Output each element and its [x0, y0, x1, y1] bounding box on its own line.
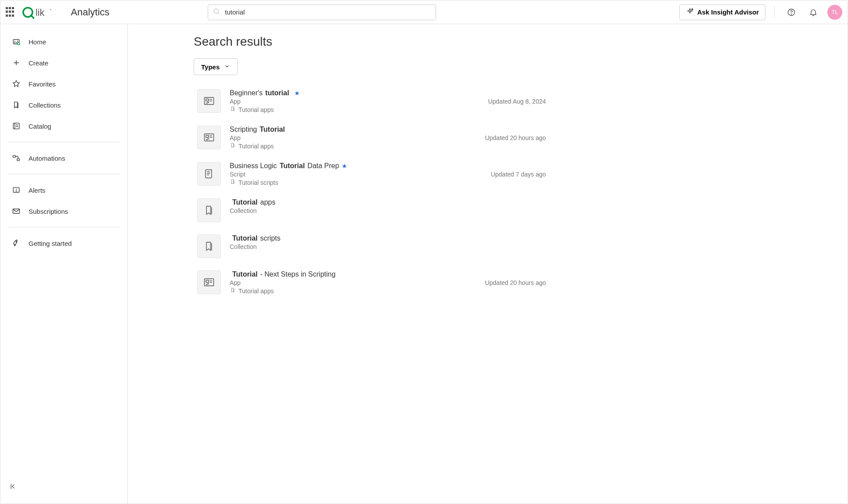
result-body: Tutorial scriptsCollection	[230, 234, 546, 250]
sidebar-item-label: Automations	[29, 155, 65, 162]
page-title: Search results	[194, 35, 848, 49]
svg-rect-25	[206, 99, 209, 101]
insight-button-label: Ask Insight Advisor	[697, 8, 759, 16]
svg-rect-17	[17, 159, 20, 161]
result-updated: Updated 20 hours ago	[485, 279, 546, 286]
result-title: Beginner's tutorial★	[230, 89, 479, 97]
plus-icon	[12, 58, 21, 67]
bookmark-icon	[230, 179, 236, 186]
bookmark-collection-icon	[12, 101, 21, 109]
svg-line-5	[218, 13, 220, 14]
result-title: Scripting Tutorial	[230, 126, 476, 133]
sidebar-item-label: Alerts	[29, 187, 45, 194]
search-input[interactable]	[225, 8, 431, 16]
user-avatar[interactable]: TL	[827, 5, 842, 20]
result-type: App	[230, 98, 479, 105]
sparkle-icon	[686, 7, 694, 17]
sidebar-item-label: Getting started	[29, 240, 72, 247]
svg-line-1	[31, 15, 33, 18]
result-updated: Updated 20 hours ago	[485, 134, 546, 141]
result-type: App	[230, 279, 476, 286]
catalog-icon	[12, 122, 21, 130]
sidebar-item-label: Subscriptions	[29, 208, 68, 215]
result-updated: Updated Aug 8, 2024	[488, 98, 546, 105]
script-thumb-icon	[197, 162, 221, 186]
favorite-star-icon: ★	[342, 162, 347, 169]
result-body: Business Logic Tutorial Data Prep★Script…	[230, 162, 482, 186]
divider	[774, 6, 775, 18]
collapse-sidebar-button[interactable]	[0, 478, 127, 497]
favorite-star-icon: ★	[294, 90, 300, 97]
result-title: Tutorial scripts	[230, 234, 546, 242]
result-collection: Tutorial apps	[230, 142, 476, 150]
sidebar-item-home[interactable]: Home	[8, 31, 119, 52]
bookmark-icon	[230, 142, 236, 150]
bookmark-icon	[230, 106, 236, 113]
search-box[interactable]	[208, 4, 436, 20]
bookmark-icon	[230, 287, 236, 295]
help-icon[interactable]	[783, 4, 799, 20]
search-result-row[interactable]: Tutorial - Next Steps in ScriptingAppTut…	[194, 264, 549, 301]
search-result-row[interactable]: Tutorial scriptsCollection	[194, 228, 549, 264]
alert-icon	[12, 186, 21, 194]
result-updated: Updated 7 days ago	[491, 171, 546, 178]
sidebar-item-collections[interactable]: Collections	[8, 94, 119, 115]
svg-point-3	[50, 9, 51, 10]
divider	[8, 227, 119, 227]
avatar-initials: TL	[831, 9, 838, 15]
svg-point-22	[16, 241, 17, 242]
svg-rect-32	[206, 280, 209, 282]
svg-text:lik: lik	[36, 7, 44, 17]
sidebar-item-favorites[interactable]: Favorites	[8, 73, 119, 94]
home-icon	[12, 37, 21, 46]
app-launcher-icon[interactable]	[6, 7, 16, 18]
types-filter-button[interactable]: Types	[194, 58, 238, 75]
sidebar-item-label: Favorites	[29, 80, 56, 88]
svg-point-4	[214, 9, 219, 14]
search-result-row[interactable]: Beginner's tutorial★AppTutorial appsUpda…	[194, 83, 549, 119]
sidebar-item-getting-started[interactable]: Getting started	[8, 233, 119, 254]
notifications-icon[interactable]	[805, 4, 821, 20]
result-type: Script	[230, 171, 482, 178]
sidebar-item-alerts[interactable]: Alerts	[8, 180, 119, 201]
rocket-icon	[12, 239, 21, 248]
result-collection: Tutorial scripts	[230, 179, 482, 186]
result-type: Collection	[230, 207, 546, 214]
app-thumb-icon	[197, 270, 221, 294]
svg-rect-16	[13, 155, 16, 157]
result-body: Scripting TutorialAppTutorial apps	[230, 126, 476, 150]
sidebar: Home Create Favorites	[0, 24, 128, 504]
sidebar-item-label: Collections	[29, 101, 61, 109]
result-title: Tutorial - Next Steps in Scripting	[230, 270, 476, 278]
sidebar-item-label: Catalog	[29, 122, 51, 130]
svg-point-7	[791, 14, 792, 14]
result-type: App	[230, 134, 476, 141]
filter-label: Types	[201, 63, 220, 71]
result-body: Tutorial - Next Steps in ScriptingAppTut…	[230, 270, 476, 295]
app-thumb-icon	[197, 126, 221, 149]
result-body: Tutorial appsCollection	[230, 198, 546, 214]
star-icon	[12, 79, 21, 88]
chevron-down-icon	[224, 63, 230, 71]
search-result-row[interactable]: Business Logic Tutorial Data Prep★Script…	[194, 156, 549, 192]
result-collection: Tutorial apps	[230, 106, 479, 113]
ask-insight-advisor-button[interactable]: Ask Insight Advisor	[679, 4, 765, 20]
divider	[8, 174, 119, 174]
automations-icon	[12, 154, 21, 162]
search-result-row[interactable]: Scripting TutorialAppTutorial appsUpdate…	[194, 119, 549, 156]
result-title: Tutorial apps	[230, 198, 546, 206]
sidebar-item-automations[interactable]: Automations	[8, 148, 119, 169]
result-body: Beginner's tutorial★AppTutorial apps	[230, 89, 479, 113]
search-result-row[interactable]: Tutorial appsCollection	[194, 192, 549, 228]
search-icon	[213, 7, 220, 17]
result-title: Business Logic Tutorial Data Prep★	[230, 162, 482, 170]
qlik-logo[interactable]: lik	[22, 6, 61, 19]
sidebar-item-subscriptions[interactable]: Subscriptions	[8, 201, 119, 222]
sidebar-item-label: Home	[29, 38, 46, 46]
svg-point-9	[18, 43, 20, 45]
sidebar-item-catalog[interactable]: Catalog	[8, 115, 119, 137]
result-collection: Tutorial apps	[230, 287, 476, 295]
sidebar-item-create[interactable]: Create	[8, 52, 119, 73]
svg-rect-21	[13, 209, 20, 213]
sidebar-item-label: Create	[29, 59, 48, 67]
